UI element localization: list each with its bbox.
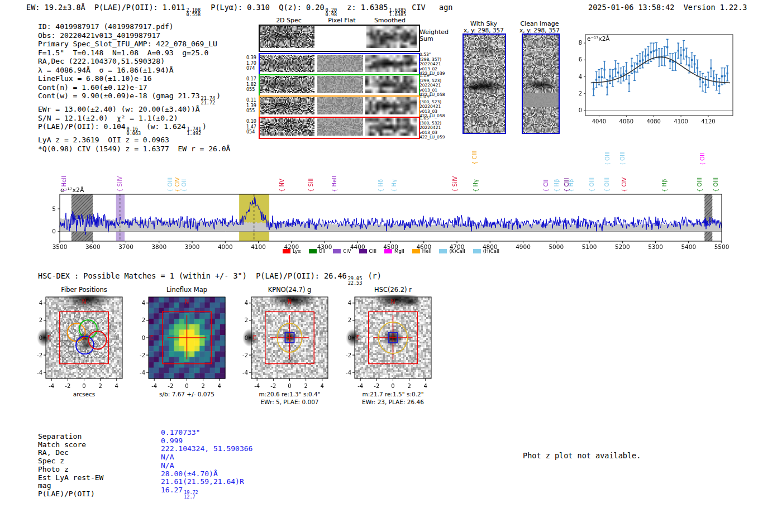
match-table-value: 16.2719.7212.7 bbox=[161, 486, 199, 499]
twod-row-right-labels: 1.65"(300, 532)20220421v013_03422_LU_059 bbox=[419, 116, 445, 140]
info-line: Primary Spec_Slot_IFU_AMP: 422_078_069_L… bbox=[38, 40, 230, 49]
legend-swatch bbox=[333, 249, 341, 253]
match-table-value-text: 21.61(21.59,21.64)R bbox=[161, 477, 244, 486]
info-line-text: ) bbox=[202, 122, 207, 131]
legend-swatch bbox=[309, 249, 317, 253]
legend-swatch bbox=[473, 249, 481, 253]
match-table-label: Spec z bbox=[38, 457, 64, 465]
match-table-value-text: 16.27 bbox=[161, 486, 183, 494]
info-line-text: LineFlux = 6.80(±1.10)e-16 bbox=[38, 74, 152, 83]
match-table-value: 21.61(21.59,21.64)R bbox=[161, 477, 244, 486]
fraction-lower: 0.063 bbox=[127, 131, 141, 136]
hsc-dex-text: (r) bbox=[363, 271, 382, 280]
twod-row-left-label: 055 bbox=[246, 108, 256, 114]
match-table-value-text: 28.00(±4.70)Å bbox=[161, 469, 218, 478]
legend-entry: Lyα bbox=[283, 248, 301, 254]
cutout-title: HSC(26.2) r bbox=[349, 286, 438, 294]
twod-strip-smooth bbox=[365, 76, 417, 93]
info-line: LineFlux = 6.80(±1.10)e-16 bbox=[38, 74, 230, 83]
summary-header-fraction: 0.200.98 bbox=[326, 8, 337, 17]
info-line-text: Cont(w) = 9.90(±0.09)e-18 (gmag 21.73 bbox=[38, 92, 200, 100]
twod-strip-smooth bbox=[365, 118, 417, 136]
legend-entry: MgII bbox=[384, 248, 404, 254]
twod-row-left-labels: 0.171.82055 bbox=[246, 76, 256, 93]
info-line-text: RA,Dec (222.104370,51.590328) bbox=[38, 57, 165, 65]
info-line: Cont(n) = 1.60(±0.12)e-17 bbox=[38, 83, 230, 92]
hsc-dex-text: HSC-DEX : Possible Matches = 1 (within +… bbox=[38, 271, 347, 280]
match-table-label: Separation bbox=[38, 432, 82, 440]
summary-header-fraction: 2.1080.558 bbox=[186, 8, 201, 17]
info-line: S/N = 12.1(±2.0) χ² = 1.1(±0.2) bbox=[38, 114, 230, 123]
match-table-label: Photo z bbox=[38, 465, 69, 473]
legend-swatch bbox=[439, 249, 447, 253]
summary-header-fraction: 1.63851.6385 bbox=[389, 8, 406, 17]
twod-row-left-label: 0.11 bbox=[246, 98, 256, 103]
info-line-text: ) bbox=[216, 92, 221, 100]
info-line: Cont(w) = 9.90(±0.09)e-18 (gmag 21.7321.… bbox=[38, 92, 230, 105]
twod-strip-spec bbox=[260, 55, 314, 72]
fraction-lower: 1.6385 bbox=[389, 12, 406, 17]
info-line-text: S/N = 12.1(±2.0) χ² = 1.1(±0.2) bbox=[38, 114, 178, 122]
match-table-label: Match score bbox=[38, 440, 86, 449]
info-line: ID: 4019987917 (4019987917.pdf) bbox=[38, 22, 230, 31]
twod-row-right-label: 422_LU_059 bbox=[419, 135, 445, 140]
match-table-value-text: N/A bbox=[161, 453, 174, 461]
twod-col-header: Pixel Flat bbox=[320, 17, 364, 24]
twod-strip-flat bbox=[317, 118, 363, 136]
fraction-lower: 0.558 bbox=[186, 12, 201, 17]
twod-col-header: Smoothed bbox=[368, 17, 412, 24]
match-table-value: N/A bbox=[161, 461, 174, 469]
info-line: λ = 4086.94Å σ = 16.86(±1.94)Å bbox=[38, 66, 230, 75]
twod-strip-flat bbox=[317, 97, 363, 114]
legend-label: HeII bbox=[422, 248, 432, 254]
match-table-value: 0.170733" bbox=[161, 428, 200, 437]
fraction-lower: 12.7 bbox=[184, 495, 195, 499]
twod-strip-smooth bbox=[365, 97, 417, 114]
match-table-value: 0.999 bbox=[161, 437, 183, 445]
legend-entry: CIV bbox=[333, 248, 351, 254]
twod-strip-spec bbox=[260, 97, 314, 114]
twod-row-left-label: 1.82 bbox=[246, 82, 256, 88]
info-line-text: Cont(n) = 1.60(±0.12)e-17 bbox=[38, 83, 147, 92]
twod-strip-flat bbox=[317, 55, 363, 72]
legend-entry: (H)CaII bbox=[473, 248, 499, 254]
legend-label: Lyα bbox=[293, 248, 301, 254]
cutout-title: Lineflux Map bbox=[142, 286, 232, 294]
info-line-fraction: 21.7421.72 bbox=[201, 96, 216, 105]
twod-row-left-labels: 0.101.47054 bbox=[246, 119, 256, 135]
twod-strip-smooth bbox=[365, 55, 417, 72]
info-line-text: F=1.5" T=0.148 N=1.08 A=0.93 g=25.0 bbox=[38, 49, 208, 57]
match-table-value-text: 222.104324, 51.590366 bbox=[161, 444, 252, 453]
summary-header-text: CIV agn bbox=[407, 3, 452, 12]
info-line-fraction: 0.160.063 bbox=[127, 127, 141, 136]
info-line-fraction: 1.7411.492 bbox=[187, 127, 201, 136]
twod-row-left-label: 1.70 bbox=[246, 61, 256, 66]
clean-image-coords: x, y: 298, 357 bbox=[513, 27, 566, 33]
info-line-text: Primary Spec_Slot_IFU_AMP: 422_078_069_L… bbox=[38, 40, 217, 48]
legend-entry: HeII bbox=[412, 248, 432, 254]
match-table-value-fraction: 19.7212.7 bbox=[184, 490, 198, 499]
spectrum-legend: LyαOIICIVCIIIMgIIHeII(K)CaII(H)CaII bbox=[0, 248, 782, 255]
twod-col-header: 2D Spec bbox=[266, 17, 311, 24]
legend-label: OII bbox=[319, 248, 326, 254]
cutout-title: KPNO(24.7) g bbox=[245, 286, 335, 294]
match-table-value-text: 0.170733" bbox=[161, 428, 200, 437]
twod-strip-spec bbox=[260, 26, 314, 48]
summary-header-text: EW: 19.2±3.8Å P(LAE)/P(OII): 1.011 bbox=[26, 3, 185, 12]
legend-swatch bbox=[412, 249, 420, 253]
match-table-label: P(LAE)/P(OII) bbox=[38, 490, 95, 498]
match-table-value: N/A bbox=[161, 453, 174, 461]
fraction-lower: 1.492 bbox=[187, 131, 201, 136]
cutout-caption: m:21.7 re:1.5" s:0.2" bbox=[332, 391, 455, 397]
info-line: F=1.5" T=0.148 N=1.08 A=0.93 g=25.0 bbox=[38, 49, 230, 57]
hsc-dex-match-header: HSC-DEX : Possible Matches = 1 (within +… bbox=[38, 271, 382, 285]
twod-row-left-label: 055 bbox=[246, 87, 256, 93]
summary-header-line: EW: 19.2±3.8Å P(LAE)/P(OII): 1.0112.1080… bbox=[26, 3, 452, 17]
cutout-caption: EWr: 23, PLAE: 26.46 bbox=[332, 399, 455, 405]
info-line: EWr = 13.00(±2.40) (w: 20.00(±3.40))Å bbox=[38, 105, 230, 114]
twod-row-left-label: 0.10 bbox=[246, 119, 256, 124]
line-fit-zoom-chart bbox=[570, 23, 746, 138]
cutout-canvas-0 bbox=[27, 295, 141, 390]
info-line: Obs: 20220421v013_4019987917 bbox=[38, 31, 230, 40]
summary-header-text: z: 1.6385 bbox=[338, 3, 388, 12]
